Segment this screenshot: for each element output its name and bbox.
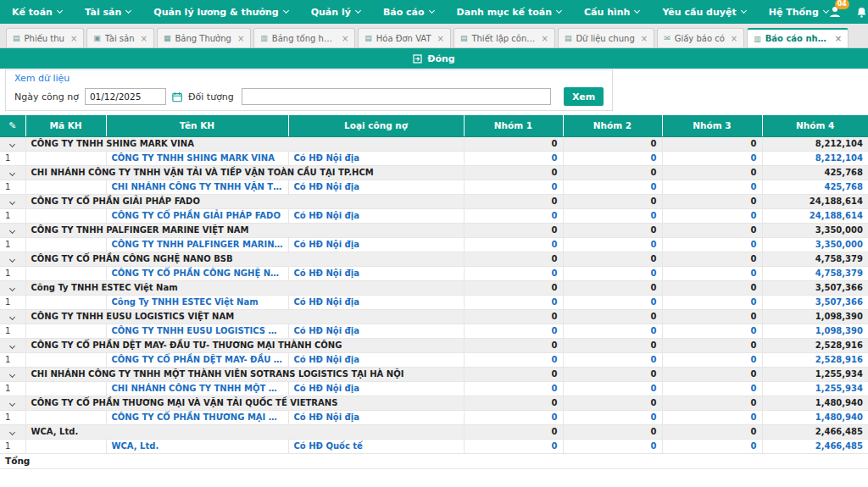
- menu-item[interactable]: Quản lý: [311, 7, 360, 18]
- detail-row[interactable]: 1WCA, Ltd.Có HĐ Quốc tế0002,466,485: [0, 439, 868, 453]
- chevron-down-icon: [429, 8, 435, 14]
- expand-cell[interactable]: [0, 338, 25, 352]
- group-value: 0: [662, 252, 762, 266]
- group-row[interactable]: CÔNG TY CỔ PHẦN THƯƠNG MẠI VÀ VẬN TẢI QU…: [0, 396, 868, 410]
- chevron-down-icon[interactable]: [9, 141, 15, 147]
- expand-cell[interactable]: [0, 280, 25, 295]
- view-button[interactable]: Xem: [564, 87, 604, 106]
- menu-item[interactable]: Danh mục kế toán: [457, 7, 561, 18]
- detail-row[interactable]: 1CÔNG TY TNHH PALFINGER MARINE VIỆT NAMC…: [0, 237, 868, 252]
- group-value: 0: [662, 396, 762, 410]
- group-row[interactable]: CÔNG TY CỔ PHẦN DỆT MAY- ĐẦU TƯ- THƯƠNG …: [0, 338, 868, 352]
- expand-cell[interactable]: [0, 223, 25, 237]
- detail-row[interactable]: 1CHI NHÁNH CÔNG TY TNHH MỘT THÀNH VIÊN S…: [0, 381, 868, 396]
- tab-close-icon[interactable]: ×: [731, 34, 737, 43]
- group-row[interactable]: CÔNG TY TNHH EUSU LOGISTICS VIỆT NAM0001…: [0, 309, 868, 324]
- group-value: 0: [662, 165, 762, 180]
- chevron-down-icon[interactable]: [9, 343, 15, 349]
- expand-cell[interactable]: [0, 396, 25, 410]
- tab-close-icon[interactable]: ×: [342, 34, 348, 43]
- expand-cell[interactable]: [0, 424, 25, 439]
- expand-cell[interactable]: [0, 367, 25, 381]
- chevron-down-icon[interactable]: [9, 429, 15, 435]
- group-value: 2,466,485: [762, 424, 868, 439]
- tab[interactable]: ✉Giấy báo có×: [657, 28, 744, 47]
- chevron-down-icon[interactable]: [9, 401, 15, 407]
- menu-item[interactable]: Tài sản: [85, 7, 131, 18]
- expand-cell[interactable]: [0, 165, 25, 180]
- tab-close-icon[interactable]: ×: [641, 34, 648, 43]
- user-button[interactable]: 04: [828, 5, 842, 19]
- notifications-button[interactable]: [855, 6, 868, 19]
- menu-item[interactable]: Cấu hình: [584, 7, 639, 18]
- detail-row[interactable]: 1CÔNG TY CỔ PHẦN CÔNG NGHỆ NANO BSBCó HĐ…: [0, 266, 868, 280]
- chevron-down-icon[interactable]: [9, 228, 15, 234]
- tab-close-icon[interactable]: ×: [542, 34, 548, 43]
- tab[interactable]: ▣Tài sản×: [86, 28, 154, 47]
- menu-item[interactable]: Kế toán: [12, 7, 62, 18]
- tab-label: Bảng Thưởng: [175, 34, 231, 43]
- chevron-down-icon[interactable]: [9, 372, 15, 378]
- detail-row[interactable]: 1CÔNG TY TNHH SHING MARK VINACó HĐ Nội đ…: [0, 151, 868, 165]
- detail-value: 1,480,940: [762, 410, 868, 424]
- close-button[interactable]: Đóng: [413, 53, 454, 64]
- chevron-down-icon[interactable]: [9, 285, 15, 291]
- menu-items: Kế toánTài sảnQuản lý lương & thưởngQuản…: [12, 7, 828, 18]
- detail-value: 0: [662, 208, 762, 223]
- group-value: 0: [464, 367, 563, 381]
- group-value: 0: [464, 223, 563, 237]
- calendar-icon[interactable]: [172, 91, 182, 102]
- chevron-down-icon[interactable]: [9, 314, 15, 320]
- customer-code: [25, 151, 106, 165]
- tab[interactable]: ▤Dữ liệu chung×: [558, 28, 654, 47]
- group-name: CHI NHÁNH CÔNG TY TNHH VẬN TẢI VÀ TIẾP V…: [25, 165, 464, 180]
- group-row[interactable]: CÔNG TY TNHH PALFINGER MARINE VIỆT NAM00…: [0, 223, 868, 237]
- detail-row[interactable]: 1CÔNG TY CỔ PHẦN THƯƠNG MẠI VÀ VẬN TẢI Q…: [0, 410, 868, 424]
- detail-row[interactable]: 1CÔNG TY TNHH EUSU LOGISTICS VIỆT NAMCó …: [0, 324, 868, 338]
- object-input[interactable]: [242, 88, 551, 105]
- tab[interactable]: ▦Bảng Thưởng×: [157, 28, 251, 47]
- tab[interactable]: ▥Bảng tổng hợp công...×: [253, 28, 355, 47]
- group-row[interactable]: CHI NHÁNH CÔNG TY TNHH VẬN TẢI VÀ TIẾP V…: [0, 165, 868, 180]
- chevron-down-icon[interactable]: [9, 170, 15, 176]
- tab[interactable]: ▤Hóa Đơn VAT×: [358, 28, 451, 47]
- tab[interactable]: ▤Phiếu thu×: [6, 28, 84, 47]
- chevron-down-icon[interactable]: [9, 199, 15, 205]
- detail-row[interactable]: 1CÔNG TY CỔ PHẦN GIẢI PHÁP FADOCó HĐ Nội…: [0, 208, 868, 223]
- detail-row[interactable]: 1Công Ty TNHH ESTEC Việt NamCó HĐ Nội đị…: [0, 295, 868, 309]
- edit-columns-icon[interactable]: ✎: [0, 115, 25, 136]
- tab-close-icon[interactable]: ×: [141, 34, 147, 43]
- tab-close-icon[interactable]: ×: [835, 34, 842, 43]
- chevron-down-icon[interactable]: [9, 257, 15, 263]
- tab-close-icon[interactable]: ×: [237, 34, 244, 43]
- chevron-down-icon: [355, 8, 361, 14]
- group-name: CÔNG TY TNHH SHING MARK VINA: [25, 136, 464, 151]
- document-icon: ▤: [565, 34, 572, 42]
- group-row[interactable]: CÔNG TY CỔ PHẦN GIẢI PHÁP FADO00024,188,…: [0, 194, 868, 208]
- menu-item[interactable]: Yêu cầu duyệt: [662, 7, 745, 18]
- total-label: Tổng: [0, 453, 868, 468]
- tab-close-icon[interactable]: ×: [437, 34, 444, 43]
- group-row[interactable]: Công Ty TNHH ESTEC Việt Nam0003,507,366: [0, 280, 868, 295]
- detail-row[interactable]: 1CÔNG TY CỔ PHẦN DỆT MAY- ĐẦU TƯ- THƯƠNG…: [0, 352, 868, 367]
- row-index: 1: [0, 410, 25, 424]
- tab-close-icon[interactable]: ×: [70, 34, 77, 43]
- tab[interactable]: ▥Báo cáo nhóm nợ×: [747, 28, 849, 47]
- group-row[interactable]: CHI NHÁNH CÔNG TY TNHH MỘT THÀNH VIÊN SO…: [0, 367, 868, 381]
- tab-label: Tài sản: [105, 34, 135, 43]
- expand-cell[interactable]: [0, 136, 25, 151]
- expand-cell[interactable]: [0, 309, 25, 324]
- expand-cell[interactable]: [0, 194, 25, 208]
- expand-cell[interactable]: [0, 252, 25, 266]
- group-value: 0: [563, 280, 662, 295]
- menu-item[interactable]: Báo cáo: [383, 7, 434, 18]
- group-value: 2,528,916: [762, 338, 868, 352]
- group-row[interactable]: WCA, Ltd.0002,466,485: [0, 424, 868, 439]
- menu-item[interactable]: Hệ Thống: [769, 7, 828, 18]
- group-row[interactable]: CÔNG TY CỔ PHẦN CÔNG NGHỆ NANO BSB0004,7…: [0, 252, 868, 266]
- tab[interactable]: ▤Thiết lập công nợ n...×: [453, 28, 555, 47]
- detail-row[interactable]: 1CHI NHÁNH CÔNG TY TNHH VẬN TẢI VÀ TIẾP …: [0, 180, 868, 194]
- menu-item[interactable]: Quản lý lương & thưởng: [153, 7, 287, 18]
- debt-date-input[interactable]: [85, 88, 166, 105]
- group-row[interactable]: CÔNG TY TNHH SHING MARK VINA0008,212,104: [0, 136, 868, 151]
